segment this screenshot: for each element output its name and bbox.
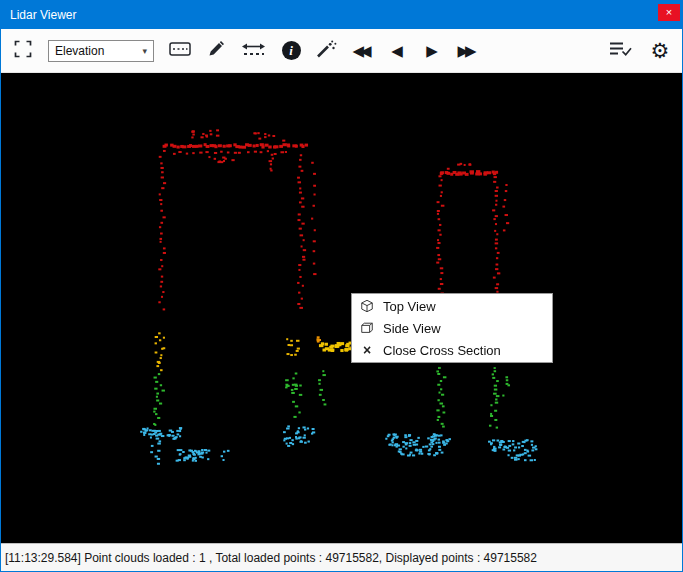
title-bar: Lidar Viewer × [1,1,682,29]
card-icon [169,41,191,61]
list-check-icon [609,40,632,61]
cube-top-view-icon [359,299,375,313]
fullscreen-button[interactable] [13,39,33,63]
previous-button[interactable]: ◀ [387,39,407,63]
menu-item-label: Close Cross Section [383,343,501,358]
previous-icon: ◀ [391,42,403,60]
wand-icon [316,40,337,62]
lidar-viewport[interactable]: Top View Side View × Close Cross Section [1,73,682,543]
menu-item-label: Side View [383,321,441,336]
cube-side-view-icon [359,321,375,335]
play-button[interactable]: ▶ [422,39,442,63]
toolbar: Elevation ▾ [1,29,682,73]
close-button[interactable]: × [658,4,680,21]
info-icon: i [282,41,301,60]
settings-button[interactable]: ⚙ [650,39,670,63]
menu-item-top-view[interactable]: Top View [352,295,552,317]
menu-item-side-view[interactable]: Side View [352,317,552,339]
fast-forward-button[interactable]: ▶▶ [457,39,477,63]
toolbar-right: ⚙ [609,39,670,63]
elevation-dropdown-value: Elevation [55,44,104,58]
draw-button[interactable] [206,39,226,63]
rewind-icon: ◀◀ [352,42,371,60]
close-icon: × [666,7,672,18]
menu-item-close-cross-section[interactable]: × Close Cross Section [352,339,552,361]
chevron-down-icon: ▾ [142,46,147,56]
status-text: [11:13:29.584] Point clouds loaded : 1 ,… [5,551,537,565]
play-icon: ▶ [426,42,438,60]
pencil-icon [207,40,225,62]
wand-button[interactable] [316,39,337,63]
measure-button[interactable] [241,39,266,63]
menu-item-label: Top View [383,299,436,314]
fast-forward-icon: ▶▶ [457,42,476,60]
close-cross-section-icon: × [359,343,375,357]
context-menu: Top View Side View × Close Cross Section [351,293,553,363]
expand-icon [14,40,32,62]
elevation-dropdown[interactable]: Elevation ▾ [48,40,154,62]
rewind-button[interactable]: ◀◀ [352,39,372,63]
info-button[interactable]: i [281,39,301,63]
measure-icon [241,41,266,61]
status-bar: [11:13:29.584] Point clouds loaded : 1 ,… [1,543,682,571]
point-cloud-canvas[interactable] [1,73,683,543]
window-title: Lidar Viewer [10,8,76,22]
gear-icon: ⚙ [651,39,670,63]
classification-button[interactable] [169,39,191,63]
layers-list-button[interactable] [609,39,632,63]
lidar-viewer-window: Lidar Viewer × Elevation ▾ [0,0,683,572]
